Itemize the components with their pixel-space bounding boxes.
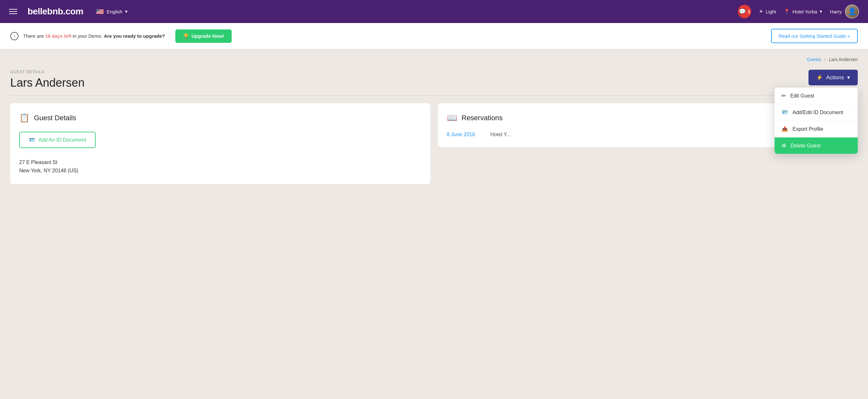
chat-button[interactable]: 💬1 — [738, 5, 751, 18]
reservation-hotel: Hotel Y... — [491, 132, 510, 137]
light-label: Light — [766, 9, 776, 14]
chevron-down-icon: ▾ — [125, 9, 128, 14]
main-content: Guests › Lars Andersen GUEST DETAILS Lar… — [0, 49, 868, 192]
breadcrumb: Guests › Lars Andersen — [10, 57, 858, 62]
avatar-image: 👤 — [846, 5, 859, 18]
add-id-icon: 🪪 — [29, 137, 35, 143]
language-selector[interactable]: 🇺🇸 English ▾ — [96, 8, 127, 15]
cards-row: 📋 Guest Details 🪪 Add An ID Document 27 … — [10, 103, 858, 184]
guest-details-card-icon: 📋 — [19, 113, 29, 123]
demo-text: There are 16 days left in your Demo. Are… — [23, 33, 165, 39]
reservations-card-icon: 📖 — [447, 113, 457, 123]
actions-dropdown: ✏ Edit Guest 🪪 Add/Edit ID Document 📤 Ex… — [775, 88, 858, 154]
info-icon: i — [10, 32, 19, 40]
demo-prefix: There are — [23, 33, 45, 39]
export-profile-icon: 📤 — [782, 126, 788, 132]
hotel-label: Hotel Yorba — [793, 9, 817, 14]
location-icon: 📍 — [784, 9, 790, 14]
getting-started-label: Read our Getting Started Guide » — [779, 33, 850, 39]
delete-guest-item[interactable]: ♻ Delete Guest — [775, 137, 858, 154]
hotel-selector[interactable]: 📍 Hotel Yorba ▾ — [784, 9, 823, 14]
user-label: Harry — [830, 9, 842, 14]
guest-details-card: 📋 Guest Details 🪪 Add An ID Document 27 … — [10, 103, 430, 184]
reservation-date[interactable]: 8 June 2018 — [447, 132, 475, 137]
site-logo: bellebnb.com — [28, 6, 83, 16]
guest-title-section: GUEST DETAILS Lars Andersen — [10, 70, 85, 90]
chevron-down-icon: ▾ — [847, 74, 850, 81]
sun-icon: ☀ — [759, 9, 763, 14]
edit-guest-label: Edit Guest — [790, 93, 814, 99]
demo-suffix: in your Demo. — [71, 33, 104, 39]
demo-days: 16 days left — [45, 33, 71, 39]
export-profile-item[interactable]: 📤 Export Profile — [775, 121, 858, 137]
address-line1: 27 E Pleasant St — [19, 158, 421, 167]
edit-guest-item[interactable]: ✏ Edit Guest — [775, 88, 858, 104]
hamburger-menu[interactable] — [9, 9, 17, 14]
upgrade-icon: 🏆 — [183, 33, 189, 39]
upgrade-button[interactable]: 🏆 Upgrade Now! — [175, 29, 232, 43]
light-mode-toggle[interactable]: ☀ Light — [759, 9, 776, 14]
delete-guest-icon: ♻ — [782, 142, 786, 149]
reservations-card-title: Reservations — [462, 114, 503, 122]
card-title-row: 📋 Guest Details — [19, 113, 421, 123]
breadcrumb-guests-link[interactable]: Guests — [807, 57, 821, 62]
add-edit-id-label: Add/Edit ID Document — [793, 110, 843, 115]
add-edit-id-item[interactable]: 🪪 Add/Edit ID Document — [775, 104, 858, 121]
demo-cta: Are you ready to upgrade? — [104, 33, 165, 39]
edit-guest-icon: ✏ — [782, 93, 786, 99]
actions-icon: ⚡ — [816, 74, 823, 81]
breadcrumb-separator: › — [824, 57, 826, 62]
page-divider — [10, 95, 858, 96]
actions-dropdown-container: ⚡ Actions ▾ ✏ Edit Guest 🪪 Add/Edit ID D… — [808, 70, 858, 86]
guest-details-card-title: Guest Details — [34, 114, 76, 122]
user-menu[interactable]: Harry 👤 — [830, 4, 859, 19]
breadcrumb-current: Lars Andersen — [829, 57, 858, 62]
language-label: English — [106, 9, 122, 14]
section-label: GUEST DETAILS — [10, 70, 85, 74]
add-id-document-button[interactable]: 🪪 Add An ID Document — [19, 132, 96, 148]
delete-guest-label: Delete Guest — [790, 143, 820, 149]
add-edit-id-icon: 🪪 — [782, 109, 788, 115]
actions-button[interactable]: ⚡ Actions ▾ — [808, 70, 858, 86]
chevron-down-icon: ▾ — [820, 9, 822, 14]
add-id-label: Add An ID Document — [38, 137, 86, 143]
upgrade-label: Upgrade Now! — [192, 33, 224, 39]
guest-name: Lars Andersen — [10, 76, 85, 90]
address-line2: New York, NY 20146 (US) — [19, 167, 421, 175]
getting-started-button[interactable]: Read our Getting Started Guide » — [771, 29, 858, 43]
guest-address: 27 E Pleasant St New York, NY 20146 (US) — [19, 158, 421, 174]
avatar: 👤 — [845, 4, 859, 19]
page-header: GUEST DETAILS Lars Andersen ⚡ Actions ▾ … — [10, 70, 858, 90]
demo-banner: i There are 16 days left in your Demo. A… — [0, 23, 868, 49]
flag-icon: 🇺🇸 — [96, 8, 104, 15]
navbar: bellebnb.com 🇺🇸 English ▾ 💬1 ☀ Light 📍 H… — [0, 0, 868, 23]
actions-label: Actions — [826, 74, 844, 81]
export-profile-label: Export Profile — [793, 126, 823, 132]
